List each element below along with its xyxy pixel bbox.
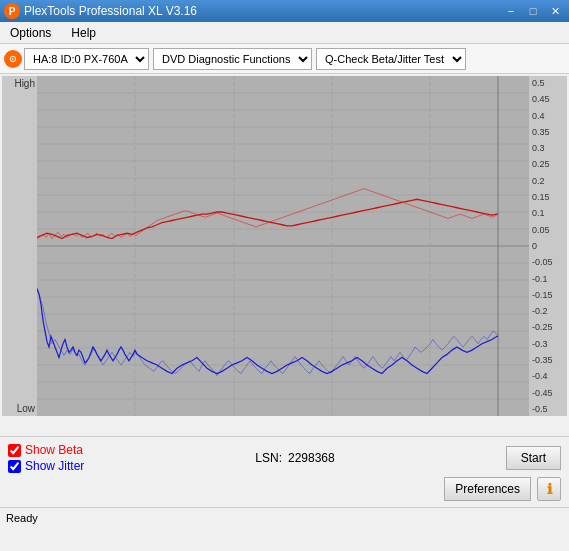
show-beta-label: Show Beta xyxy=(25,443,83,457)
bottom-row2: Preferences ℹ xyxy=(8,477,561,501)
preferences-button[interactable]: Preferences xyxy=(444,477,531,501)
minimize-button[interactable]: − xyxy=(501,3,521,19)
title-bar: P PlexTools Professional XL V3.16 − □ ✕ xyxy=(0,0,569,22)
show-jitter-row: Show Jitter xyxy=(8,459,84,473)
y-right-18: -0.4 xyxy=(532,371,565,381)
chart-svg xyxy=(37,76,529,416)
y-right-0: 0.5 xyxy=(532,78,565,88)
chart-main: 0 1 2 3 4 5 xyxy=(37,76,529,416)
status-text: Ready xyxy=(6,512,38,524)
info-button[interactable]: ℹ xyxy=(537,477,561,501)
menu-options[interactable]: Options xyxy=(4,24,57,42)
y-right-9: 0.05 xyxy=(532,225,565,235)
function-select[interactable]: DVD Diagnostic Functions xyxy=(153,48,312,70)
menu-help[interactable]: Help xyxy=(65,24,102,42)
y-right-4: 0.3 xyxy=(532,143,565,153)
test-select[interactable]: Q-Check Beta/Jitter Test xyxy=(316,48,466,70)
y-left-top: High xyxy=(4,78,35,89)
y-right-7: 0.15 xyxy=(532,192,565,202)
bottom-row1: Show Beta Show Jitter LSN: 2298368 Start xyxy=(8,443,561,473)
y-right-3: 0.35 xyxy=(532,127,565,137)
close-button[interactable]: ✕ xyxy=(545,3,565,19)
toolbar: ⊙ HA:8 ID:0 PX-760A DVD Diagnostic Funct… xyxy=(0,44,569,74)
y-right-1: 0.45 xyxy=(532,94,565,104)
bottom-left: Show Beta Show Jitter xyxy=(8,443,84,473)
y-right-2: 0.4 xyxy=(532,111,565,121)
y-right-8: 0.1 xyxy=(532,208,565,218)
show-beta-row: Show Beta xyxy=(8,443,84,457)
y-right-19: -0.45 xyxy=(532,388,565,398)
y-right-14: -0.2 xyxy=(532,306,565,316)
bottom-panel: Show Beta Show Jitter LSN: 2298368 Start… xyxy=(0,436,569,507)
app-icon: P xyxy=(4,3,20,19)
menu-bar: Options Help xyxy=(0,22,569,44)
start-button[interactable]: Start xyxy=(506,446,561,470)
y-right-5: 0.25 xyxy=(532,159,565,169)
y-right-10: 0 xyxy=(532,241,565,251)
status-bar: Ready xyxy=(0,507,569,527)
chart-y-right: 0.5 0.45 0.4 0.35 0.3 0.25 0.2 0.15 0.1 … xyxy=(529,76,567,416)
show-jitter-checkbox[interactable] xyxy=(8,460,21,473)
show-beta-checkbox[interactable] xyxy=(8,444,21,457)
y-right-6: 0.2 xyxy=(532,176,565,186)
y-right-11: -0.05 xyxy=(532,257,565,267)
app-title: PlexTools Professional XL V3.16 xyxy=(24,4,197,18)
y-right-16: -0.3 xyxy=(532,339,565,349)
lsn-value: 2298368 xyxy=(288,451,335,465)
y-right-15: -0.25 xyxy=(532,322,565,332)
chart-y-left: High Low xyxy=(2,76,37,416)
y-right-12: -0.1 xyxy=(532,274,565,284)
drive-icon: ⊙ xyxy=(4,50,22,68)
lsn-label: LSN: xyxy=(255,451,282,465)
lsn-section: LSN: 2298368 xyxy=(255,451,334,465)
chart-area: High Low xyxy=(2,76,567,416)
y-right-17: -0.35 xyxy=(532,355,565,365)
maximize-button[interactable]: □ xyxy=(523,3,543,19)
y-left-bottom: Low xyxy=(4,403,35,414)
y-right-13: -0.15 xyxy=(532,290,565,300)
chart-wrapper: High Low xyxy=(0,76,569,436)
y-right-20: -0.5 xyxy=(532,404,565,414)
drive-select[interactable]: HA:8 ID:0 PX-760A xyxy=(24,48,149,70)
drive-selector: ⊙ HA:8 ID:0 PX-760A xyxy=(4,48,149,70)
show-jitter-label: Show Jitter xyxy=(25,459,84,473)
